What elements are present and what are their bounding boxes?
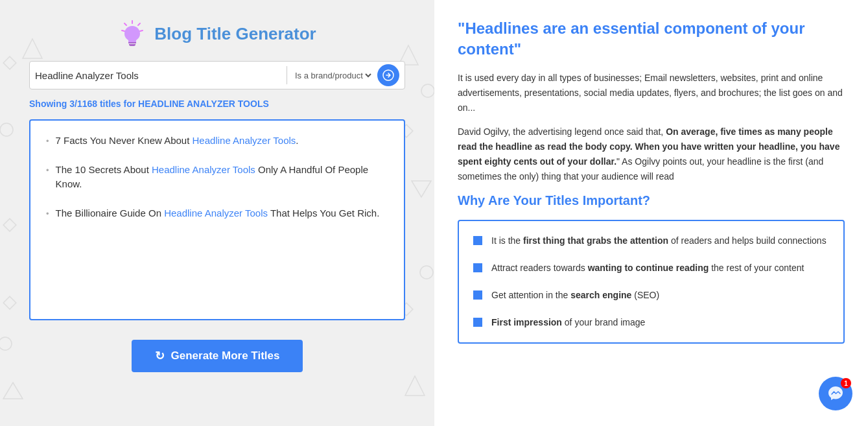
result-2-before: The 10 Secrets About: [56, 164, 152, 175]
search-divider: [287, 66, 287, 84]
showing-count: 3/1168: [69, 99, 97, 109]
svg-point-6: [0, 337, 12, 350]
intro-para-2: David Ogilvy, the advertising legend onc…: [458, 124, 845, 184]
result-1-after: .: [296, 135, 298, 146]
messenger-icon: [827, 385, 844, 402]
category-select[interactable]: Is a brand/product: [292, 70, 373, 81]
showing-keyword: HEADLINE ANALYZER TOOLS: [138, 99, 269, 109]
result-item-2: • The 10 Secrets About Headline Analyzer…: [46, 163, 388, 192]
info-bullet-2: [473, 263, 482, 272]
showing-prefix: Showing: [29, 99, 69, 109]
result-text-3: The Billionaire Guide On Headline Analyz…: [56, 206, 388, 221]
intro-para-1: It is used every day in all types of bus…: [458, 71, 845, 115]
info-text-1: It is the first thing that grabs the att…: [491, 234, 827, 248]
section-title: Why Are Your Titles Important?: [458, 193, 845, 208]
main-quote: "Headlines are an essential component of…: [458, 18, 845, 60]
svg-line-15: [138, 23, 140, 25]
svg-rect-13: [3, 296, 16, 309]
bullet-2: •: [46, 164, 49, 177]
result-2-link[interactable]: Headline Analyzer Tools: [152, 164, 255, 175]
refresh-icon: ↻: [155, 349, 165, 363]
info-bullet-3: [473, 290, 482, 300]
result-text-2: The 10 Secrets About Headline Analyzer T…: [56, 163, 388, 192]
info-text-2: Attract readers towards wanting to conti…: [491, 261, 804, 276]
result-1-link[interactable]: Headline Analyzer Tools: [193, 135, 296, 146]
result-1-before: 7 Facts You Never Knew About: [56, 135, 193, 146]
svg-line-16: [124, 23, 126, 25]
generate-label: Generate More Titles: [171, 349, 280, 362]
result-item-3: • The Billionaire Guide On Headline Anal…: [46, 206, 388, 221]
info-text-4: First impression of your brand image: [491, 316, 645, 330]
search-button[interactable]: [377, 64, 399, 86]
svg-marker-8: [405, 376, 425, 396]
info-box: It is the first thing that grabs the att…: [458, 220, 845, 344]
info-item-4: First impression of your brand image: [473, 316, 829, 330]
chat-bubble[interactable]: 1: [819, 377, 852, 410]
generate-button[interactable]: ↻ Generate More Titles: [132, 340, 303, 372]
svg-line-17: [140, 30, 143, 31]
bulb-icon: [118, 19, 147, 48]
svg-rect-10: [3, 56, 16, 69]
result-3-before: The Billionaire Guide On: [56, 207, 165, 219]
result-3-after: That Helps You Get Rich.: [268, 207, 379, 219]
showing-middle: titles for: [97, 99, 138, 109]
result-item-1: • 7 Facts You Never Knew About Headline …: [46, 134, 388, 148]
bullet-3: •: [46, 207, 49, 220]
svg-marker-7: [3, 383, 23, 399]
para2-before: David Ogilvy, the advertising legend onc…: [458, 126, 666, 137]
svg-point-5: [420, 266, 433, 279]
logo-area: Blog Title Generator: [118, 19, 316, 48]
bullet-1: •: [46, 135, 49, 148]
svg-rect-21: [130, 44, 135, 46]
showing-text: Showing 3/1168 titles for HEADLINE ANALY…: [29, 99, 405, 109]
result-text-1: 7 Facts You Never Knew About Headline An…: [56, 134, 388, 148]
search-bar: Is a brand/product: [29, 61, 405, 89]
info-item-2: Attract readers towards wanting to conti…: [473, 261, 829, 276]
info-item-3: Get attention in the search engine (SEO): [473, 289, 829, 303]
info-bullet-1: [473, 236, 482, 245]
arrow-right-icon: [382, 69, 394, 81]
svg-line-18: [122, 30, 124, 31]
right-panel: "Headlines are an essential component of…: [434, 0, 868, 426]
info-item-1: It is the first thing that grabs the att…: [473, 234, 829, 248]
svg-rect-11: [3, 219, 16, 231]
search-input[interactable]: [35, 70, 281, 81]
svg-point-2: [421, 84, 434, 97]
left-panel: Blog Title Generator Is a brand/product …: [0, 0, 434, 426]
result-3-link[interactable]: Headline Analyzer Tools: [164, 207, 268, 219]
info-text-3: Get attention in the search engine (SEO): [491, 289, 659, 303]
logo-title: Blog Title Generator: [154, 24, 316, 44]
svg-point-3: [0, 123, 13, 136]
info-bullet-4: [473, 318, 482, 327]
results-box: • 7 Facts You Never Knew About Headline …: [29, 119, 405, 320]
chat-badge: 1: [841, 378, 851, 388]
left-content: Blog Title Generator Is a brand/product …: [19, 13, 415, 372]
